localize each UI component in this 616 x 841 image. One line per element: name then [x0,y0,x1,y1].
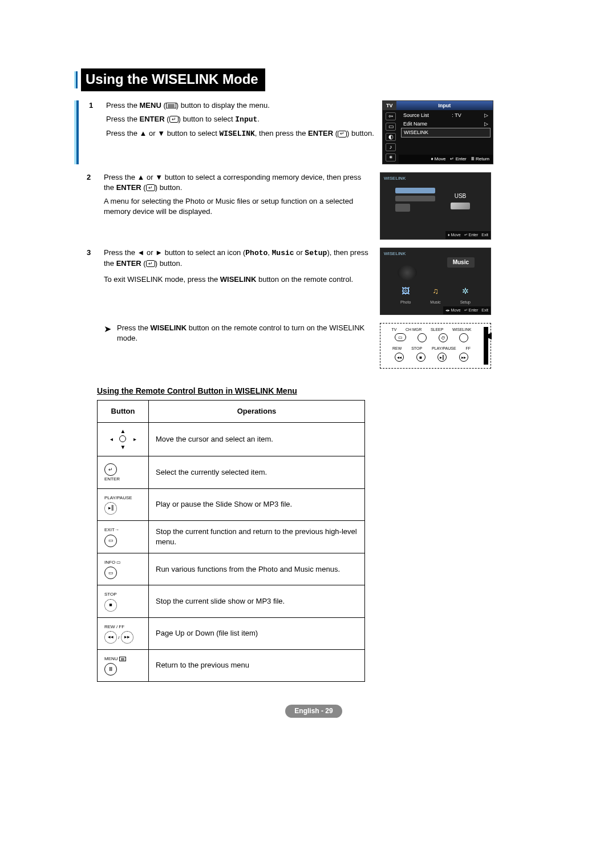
op-text: Return to the previous menu [149,649,365,681]
osd-hint: ♦ Move [448,232,461,238]
remote-label: CH MGR [406,327,422,333]
remote-label: SLEEP [431,327,444,333]
note-row: ➤ Press the WISELINK button on the remot… [74,323,553,369]
step-number: 1 [89,100,98,164]
osd-usb: USB [444,192,477,209]
t: Press the [117,324,151,332]
osd-source-val: : TV [452,112,461,119]
osd-edit-name: Edit Name [403,120,427,128]
playpause-button-icon: PLAY/PAUSE ▸ǁ [98,488,149,520]
menu-word: MENU [140,101,161,110]
op-text: Page Up or Down (file list item) [149,617,365,649]
op-text: Select the currently selected item. [149,456,365,488]
enter-icon: ↵ [146,184,155,191]
osd-wiselink: WISELINK [404,129,428,136]
osd-photo-label: Photo [400,300,411,305]
t: , then press the [255,129,308,138]
remote-label: STOP [411,346,422,351]
osd-hint: ◂▸ Move [445,308,461,313]
t: Press the ▲ or ▼ button to select [106,129,219,138]
t: Press the [106,115,140,123]
t: To exit WISELINK mode, press the [104,275,220,284]
osd-input-menu: TV Input ⇦ ▭ ◐ ♪ ✶ Source List: TV▷ Edit… [382,100,493,164]
side-icon: ◐ [386,133,396,141]
remote-body-edge [484,327,488,365]
remote-label: TV [392,327,397,333]
osd-tv-tab: TV [383,101,396,111]
table-row: INFO ▭ ▭ Run various functions from the … [98,553,365,585]
page-lang: English - [294,707,325,715]
btn-label: ENTER [104,476,120,482]
remote-playpause-button: ▸ǁ [437,353,447,362]
remote-chmgr-button [418,333,427,342]
osd-usb-label: USB [455,192,467,200]
photo-icon: 🖼 [397,285,414,298]
step-accent [74,100,79,164]
t: Press the [106,101,140,110]
t: ) button to display the menu. [176,101,270,110]
enter-word: ENTER [116,183,141,192]
osd-music-banner: Music [447,257,475,268]
remote-tv-button: ▭ [395,333,406,341]
t: or [294,248,305,257]
enter-icon: ↵ [169,116,179,123]
table-row: REW / FF ◂◂ / ▸▸ Page Up or Down (file l… [98,617,365,649]
wiselink-word: WISELINK [151,324,187,332]
step-number: 3 [87,248,96,315]
osd-device-list [395,188,435,214]
note-arrow-icon: ➤ [104,323,111,335]
t: ) button. [347,129,374,138]
remote-label: FF [466,346,471,351]
chevron-right-icon: ▷ [484,112,488,119]
photo-word: Photo [245,249,268,257]
step-2-row: 2 Press the ▲ or ▼ button to select a co… [74,172,553,240]
remote-wiselink-button [459,333,468,342]
step-1-row: 1 Press the MENU () button to display th… [74,100,553,164]
t: ( [161,101,166,110]
t: ( [141,259,146,268]
enter-button-icon: ↵ ENTER [98,456,149,488]
enter-word: ENTER [308,129,333,138]
wiselink-word: WISELINK [219,130,254,138]
t: ) button. [155,183,183,192]
remote-ff-button: ▸▸ [459,353,468,362]
t: Press the ◄ or ► button to select an ico… [104,248,245,257]
osd-hint: ↵ Enter [464,308,479,313]
op-text: Run various functions from the Photo and… [149,553,365,585]
osd-brand: WISELINK [384,175,406,181]
table-row: EXIT→ ▭ Stop the current function and re… [98,520,365,553]
remote-label: WISELINK [452,327,471,333]
op-text: Stop the current function and return to … [149,520,365,553]
setup-word: Setup [305,249,327,257]
table-row: ▲ ◂ ▸ ▼ Move the cursor and select an it… [98,423,365,456]
osd-hint: ↵ Enter [464,232,479,238]
t: , [268,248,271,257]
table-row: STOP ■ Stop the current slide show or MP… [98,585,365,617]
side-icon: ⇦ [386,112,396,120]
t: ( [333,129,338,138]
btn-label: INFO [104,560,115,565]
osd-device-select: WISELINK USB ♦ Move ↵ Enter Exit [380,172,491,240]
t: . [257,115,260,123]
enter-word: ENTER [140,115,165,123]
title-accent [74,71,78,88]
t: ( [141,183,146,192]
side-icon: ✶ [386,153,396,161]
side-icon: ▭ [386,123,396,131]
osd-hint: Exit [481,232,488,238]
page-number: 29 [325,707,333,715]
remote-rew-button: ◂◂ [395,353,404,362]
btn-label: PLAY/PAUSE [104,495,132,500]
usb-stick-icon [451,203,470,209]
music-icon: ♫ [427,285,444,298]
step-number: 2 [87,172,96,240]
col-button: Button [98,401,149,423]
osd-source-list: Source List [403,112,429,119]
step-1-body: Press the MENU () button to display the … [106,100,374,164]
stop-button-icon: STOP ■ [98,585,149,617]
op-text: Play or pause the Slide Show or MP3 file… [149,488,365,520]
operations-table: Button Operations ▲ ◂ ▸ ▼ Move the curso… [97,400,365,682]
btn-label: EXIT→ [104,527,119,532]
osd-hint: ↵ Enter [450,156,466,162]
side-icon: ♪ [386,143,396,151]
